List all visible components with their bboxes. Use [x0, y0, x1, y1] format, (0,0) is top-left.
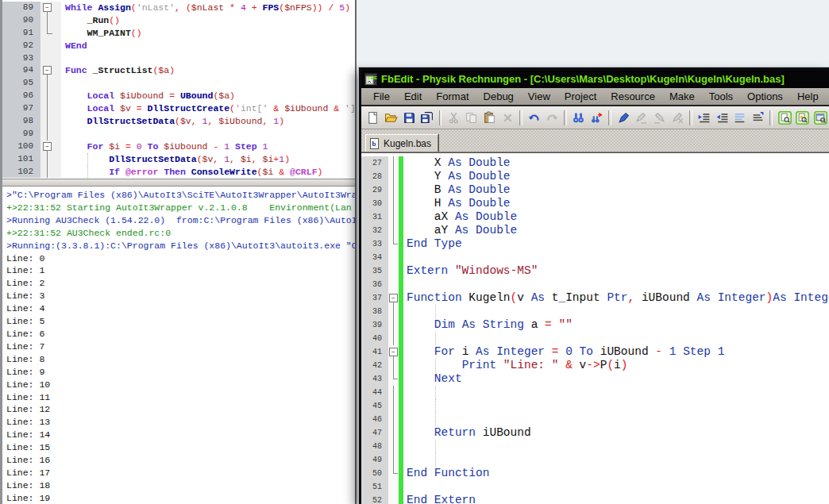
indent-guide: [435, 359, 436, 372]
line-number: 35: [361, 264, 388, 278]
console-line: Line: 13: [6, 416, 355, 429]
fold-margin: [40, 77, 61, 90]
code-line-36: 36: [361, 278, 829, 291]
fold-margin: [40, 153, 61, 166]
cut-icon[interactable]: [445, 109, 462, 126]
console-line: Line: 18: [6, 479, 355, 492]
sort-icon[interactable]: [750, 109, 767, 126]
console-line: >Running:(3.3.8.1):C:\Program Files (x86…: [6, 240, 355, 252]
paste-icon[interactable]: [481, 109, 499, 126]
new-file-icon[interactable]: [364, 109, 382, 126]
code-text: [61, 52, 355, 65]
bookmark-icon[interactable]: [615, 109, 632, 126]
fold-collapse-icon[interactable]: −: [40, 140, 61, 153]
menu-make[interactable]: Make: [662, 89, 702, 104]
menu-project[interactable]: Project: [557, 89, 603, 104]
bookmark-prev-icon[interactable]: [651, 109, 669, 126]
menu-debug[interactable]: Debug: [476, 89, 521, 104]
code-line-47: 47 Return iUBound: [361, 426, 829, 440]
console-line: Line: 16: [6, 454, 355, 467]
fold-collapse-icon[interactable]: −: [40, 64, 61, 77]
line-number: 97: [2, 102, 40, 115]
save-all-icon[interactable]: [418, 109, 436, 126]
code-line-29: 29 B As Double: [361, 183, 829, 197]
console-line: Line: 8: [6, 353, 355, 366]
fbedit-menubar: FileEditFormatDebugViewProjectResourceMa…: [361, 88, 829, 106]
menu-file[interactable]: File: [366, 89, 397, 104]
fold-margin: [388, 386, 399, 399]
code-text: Func _StructList($a): [61, 64, 355, 77]
code-text: For i As Integer = 0 To iUBound - 1 Step…: [403, 345, 829, 359]
line-number: 46: [361, 413, 388, 426]
tab-label: Kugeln.bas: [384, 138, 431, 149]
fold-margin: [388, 332, 399, 345]
code-line-40: 40: [361, 332, 829, 345]
console-line: Line: 11: [6, 391, 355, 404]
bookmark-clear-icon[interactable]: [669, 109, 686, 126]
toolbar-separator: [519, 110, 522, 125]
redo-icon[interactable]: [544, 109, 561, 126]
line-number: 32: [361, 224, 388, 237]
fold-margin: [388, 183, 399, 197]
run-icon[interactable]: [812, 109, 829, 126]
code-line-37: 37−Function Kugeln(v As t_Input Ptr, iUB…: [361, 291, 829, 305]
menu-view[interactable]: View: [521, 89, 557, 104]
menu-options[interactable]: Options: [740, 89, 790, 104]
line-number: 100: [2, 140, 40, 153]
syntax-check-icon[interactable]: [776, 109, 793, 126]
line-number: 30: [361, 197, 388, 210]
console-line: Line: 14: [6, 429, 355, 441]
menu-format[interactable]: Format: [429, 89, 476, 104]
code-text: [61, 77, 355, 90]
scite-console-output[interactable]: >"C:\Program Files (x86)\AutoIt3\SciTE\A…: [2, 187, 355, 504]
code-line-46: 46: [361, 413, 829, 426]
window-title: FbEdit - Physik Rechnungen - [C:\Users\M…: [381, 73, 785, 85]
code-line-35: 35Extern "Windows-MS": [361, 264, 829, 278]
code-line-30: 30 H As Double: [361, 197, 829, 210]
outdent-icon[interactable]: [713, 109, 731, 126]
line-number: 33: [361, 237, 388, 251]
menu-edit[interactable]: Edit: [397, 89, 429, 104]
code-line-91: 91 WM_PAINT(): [2, 27, 355, 40]
undo-icon[interactable]: [526, 109, 543, 126]
fold-margin: [388, 372, 399, 386]
line-number: 51: [361, 480, 388, 494]
menu-tools[interactable]: Tools: [702, 89, 740, 104]
fbedit-window: FBE FbEdit - Physik Rechnungen - [C:\Use…: [359, 67, 829, 504]
indent-guide: [435, 440, 436, 453]
find-next-icon[interactable]: [588, 109, 606, 126]
fbedit-titlebar[interactable]: FBE FbEdit - Physik Rechnungen - [C:\Use…: [361, 70, 829, 88]
bookmark-next-icon[interactable]: [633, 109, 650, 126]
fold-collapse-icon[interactable]: −: [388, 345, 399, 359]
code-text: While Assign('nLast', ($nLast * 4 + FPS(…: [61, 2, 355, 14]
fold-margin: [40, 52, 61, 65]
open-file-icon[interactable]: [383, 109, 400, 126]
code-text: WEnd: [61, 40, 355, 52]
menu-help[interactable]: Help: [790, 89, 826, 104]
line-number: 34: [361, 251, 388, 264]
menu-resource[interactable]: Resource: [603, 89, 662, 104]
code-text: [403, 332, 829, 345]
fold-collapse-icon[interactable]: −: [40, 2, 61, 14]
code-text: [403, 386, 829, 399]
format-icon[interactable]: [731, 109, 749, 126]
line-number: 47: [361, 426, 388, 440]
line-number: 49: [361, 453, 388, 467]
fold-margin: [388, 170, 399, 183]
tab-kugeln.bas[interactable]: bKugeln.bas: [365, 134, 438, 152]
code-line-97: 97 Local $v = DllStructCreate('int[' & $…: [2, 102, 355, 115]
console-line: Line: 19: [6, 492, 355, 504]
save-icon[interactable]: [400, 109, 418, 126]
find-icon[interactable]: [570, 109, 588, 126]
fold-margin: [388, 156, 399, 170]
copy-icon[interactable]: [463, 109, 480, 126]
fold-margin: [40, 166, 61, 179]
line-number: 44: [361, 386, 388, 399]
compile-icon[interactable]: [794, 109, 812, 126]
indent-icon[interactable]: [696, 109, 713, 126]
scite-editor-pane[interactable]: 89−While Assign('nLast', ($nLast * 4 + F…: [2, 0, 355, 179]
delete-icon[interactable]: [499, 109, 516, 126]
scite-splitter[interactable]: [2, 179, 355, 187]
fbedit-editor-pane[interactable]: 27 X As Double28 Y As Double29 B As Doub…: [361, 152, 829, 504]
fold-collapse-icon[interactable]: −: [388, 291, 399, 305]
